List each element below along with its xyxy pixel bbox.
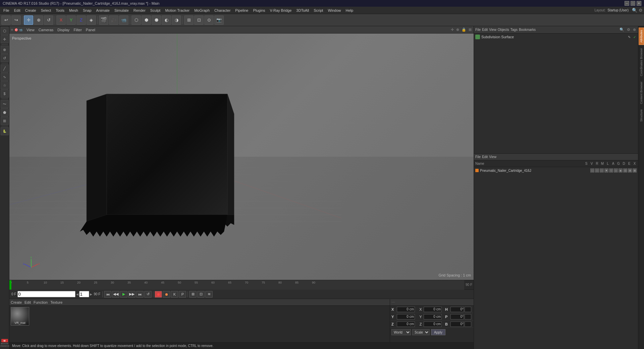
timeline-button[interactable]: ⊡ (197, 291, 205, 298)
menu-render[interactable]: Render (131, 8, 148, 13)
viewport-icon-2[interactable]: ⊕ (456, 28, 459, 32)
render-all-button[interactable]: 📹 (119, 15, 128, 25)
subdiv-check-icon[interactable]: ✓ (633, 35, 636, 39)
material-function-menu[interactable]: Function (34, 300, 48, 304)
menu-window[interactable]: Window (326, 8, 343, 13)
uv-mode-button[interactable]: ◐ (162, 15, 171, 25)
viewport-panel-menu[interactable]: Panel (85, 28, 97, 32)
obj-icon-1[interactable]: □ (590, 168, 594, 172)
render-settings-button[interactable]: 🎥 (109, 15, 118, 25)
viewport-icon-3[interactable]: 🔒 (462, 28, 466, 32)
menu-snap[interactable]: Snap (81, 8, 94, 13)
go-to-start-button[interactable]: ⏮ (104, 291, 111, 298)
om-file-menu[interactable]: File (475, 28, 481, 32)
viewport-icon-1[interactable]: ✛ (451, 28, 454, 32)
menu-character[interactable]: Character (212, 8, 232, 13)
omb-file-menu[interactable]: File (475, 155, 481, 159)
material-swatch-vrmat[interactable]: VR_mat (11, 307, 29, 326)
menu-tools[interactable]: Tools (54, 8, 66, 13)
left-python-button[interactable]: 🐍 (1, 127, 9, 135)
apply-button[interactable]: Apply (431, 329, 445, 335)
auto-key-button[interactable]: ⏺ (163, 291, 170, 298)
left-money-button[interactable]: $ (1, 90, 9, 98)
coords-y-pos[interactable] (397, 314, 415, 319)
z-axis-button[interactable]: Z (76, 15, 86, 25)
om-add-icon[interactable]: ⊕ (633, 28, 636, 32)
strip-tab-content-browser[interactable]: Content Browser (639, 79, 644, 106)
menu-vray-bridge[interactable]: V-Ray Bridge (268, 8, 294, 13)
minimize-button[interactable]: ─ (625, 1, 629, 6)
coords-x-size[interactable] (424, 307, 442, 312)
lights-button[interactable]: ⊙ (204, 15, 214, 25)
viewport-cameras-menu[interactable]: Cameras (37, 28, 55, 32)
strip-tab-attributes[interactable]: Attributes (639, 28, 644, 45)
left-array-button[interactable]: ⊞ (1, 117, 9, 125)
menu-help[interactable]: Help (344, 8, 356, 13)
frame-input[interactable] (17, 291, 75, 297)
viewport-display-menu[interactable]: Display (56, 28, 71, 32)
go-to-end-button[interactable]: ⏭ (136, 291, 144, 298)
strip-tab-coordinates-browser[interactable]: Coordinates Browser (639, 46, 644, 79)
left-wave-button[interactable]: 〜 (1, 100, 9, 108)
obj-icon-2[interactable]: □ (595, 168, 599, 172)
object-mode-button[interactable]: ⬡ (131, 15, 141, 25)
menu-3dtoall[interactable]: 3DToAll (294, 8, 311, 13)
coords-b-val[interactable] (450, 321, 464, 327)
step-input[interactable] (79, 291, 89, 297)
menu-mesh[interactable]: Mesh (67, 8, 80, 13)
scale-mode-dropdown[interactable]: Scale Size (412, 329, 430, 335)
close-button[interactable]: ✕ (637, 1, 641, 6)
left-line-button[interactable]: ╱ (1, 64, 9, 72)
material-edit-menu[interactable]: Edit (24, 300, 31, 304)
left-rotate-button[interactable]: ↺ (1, 54, 9, 62)
left-select-button[interactable]: ⬡ (1, 27, 9, 35)
menu-sculpt[interactable]: Sculpt (148, 8, 163, 13)
om-edit-menu[interactable]: Edit (482, 28, 488, 32)
record-button[interactable]: ⏺ (155, 291, 162, 298)
left-curve-button[interactable]: ∿ (1, 73, 9, 81)
p-button[interactable]: P (179, 291, 186, 298)
om-objects-menu[interactable]: Objects (498, 28, 509, 32)
left-scale-button[interactable]: ⊕ (1, 46, 9, 54)
menu-select[interactable]: Select (39, 8, 53, 13)
menu-script[interactable]: Script (312, 8, 325, 13)
om-bookmarks-menu[interactable]: Bookmarks (519, 28, 536, 32)
menu-create[interactable]: Create (23, 8, 38, 13)
obj-icon-5[interactable]: ▽ (609, 168, 613, 172)
menu-file[interactable]: File (1, 8, 11, 13)
left-deform-button[interactable]: ⬟ (1, 108, 9, 116)
coords-x-pos[interactable] (397, 307, 415, 312)
y-axis-button[interactable]: Y (66, 15, 76, 25)
coords-z-size[interactable] (424, 321, 442, 327)
object-list-item[interactable]: Pneumatic_Nailer_Cartridge_416J □ □ □ ▼ … (474, 167, 638, 174)
texture-mode-button[interactable]: ◑ (172, 15, 181, 25)
edge-mode-button[interactable]: ⬢ (142, 15, 151, 25)
search-icon[interactable]: 🔍 (632, 8, 637, 13)
om-settings-icon[interactable]: ⚙ (627, 28, 630, 32)
obj-icon-7[interactable]: ◈ (619, 168, 623, 172)
strip-tab-structure[interactable]: Structure (639, 107, 644, 124)
subdiv-edit-icon[interactable]: ✎ (628, 35, 631, 39)
om-view-menu[interactable]: View (489, 28, 496, 32)
menu-motion-tracker[interactable]: Motion Tracker (163, 8, 192, 13)
timeline-ruler[interactable]: 0 5 10 15 20 25 30 35 40 45 50 55 60 65 … (9, 280, 464, 290)
rotate-tool-button[interactable]: ↺ (44, 15, 53, 25)
obj-icon-9[interactable]: ⊞ (628, 168, 632, 172)
render-view-button[interactable]: 🎬 (99, 15, 108, 25)
om-tags-menu[interactable]: Tags (511, 28, 518, 32)
x-axis-button[interactable]: X (56, 15, 66, 25)
motion-clip-button[interactable]: ⊞ (189, 291, 197, 298)
obj-icon-8[interactable]: ⊡ (623, 168, 627, 172)
omb-view-menu[interactable]: View (489, 155, 496, 159)
all-axis-button[interactable]: ◈ (87, 15, 96, 25)
viewport[interactable]: Perspective (9, 34, 474, 280)
coords-z-pos[interactable] (397, 321, 415, 327)
loop-button[interactable]: ↺ (144, 291, 152, 298)
menu-animate[interactable]: Animate (94, 8, 112, 13)
maximize-button[interactable]: □ (631, 1, 635, 6)
coords-h-extra[interactable] (465, 307, 471, 312)
menu-pipeline[interactable]: Pipeline (233, 8, 250, 13)
left-move-button[interactable]: ✛ (1, 35, 9, 43)
coords-p-val[interactable] (450, 314, 464, 319)
undo-button[interactable]: ↩ (1, 15, 11, 25)
